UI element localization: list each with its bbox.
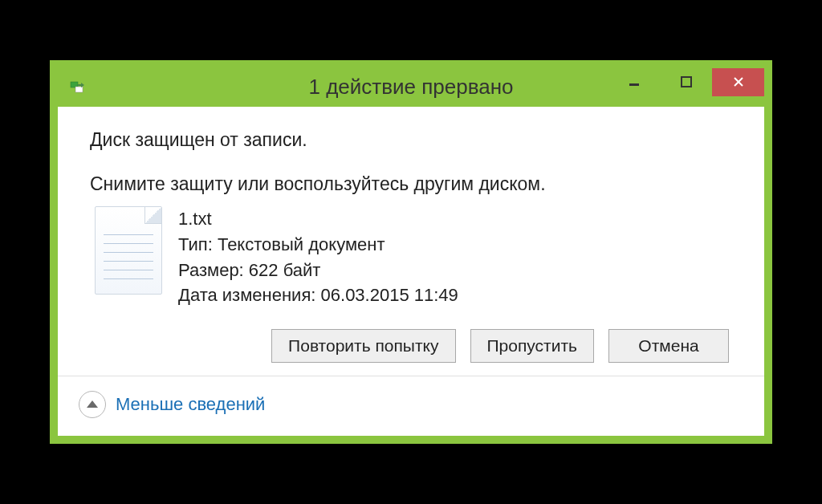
svg-rect-3 — [682, 77, 691, 87]
file-size: Размер: 622 байт — [178, 258, 458, 283]
skip-button[interactable]: Пропустить — [470, 329, 595, 363]
svg-rect-2 — [629, 83, 639, 86]
retry-button[interactable]: Повторить попытку — [271, 329, 455, 363]
dialog-footer: Меньше сведений — [58, 376, 764, 436]
less-details-link[interactable]: Меньше сведений — [116, 394, 265, 415]
minimize-button[interactable] — [608, 68, 660, 96]
close-button[interactable] — [712, 68, 764, 96]
text-file-icon — [95, 206, 162, 295]
svg-rect-1 — [75, 87, 83, 92]
file-type: Тип: Текстовый документ — [178, 232, 458, 258]
file-info-row: 1.txt Тип: Текстовый документ Размер: 62… — [95, 206, 732, 309]
dialog-body: Диск защищен от записи. Снимите защиту и… — [58, 107, 764, 376]
file-metadata: 1.txt Тип: Текстовый документ Размер: 62… — [178, 206, 458, 309]
chevron-up-icon — [87, 400, 98, 408]
primary-message: Диск защищен от записи. — [90, 129, 732, 151]
copy-operation-icon — [69, 79, 87, 96]
file-modified: Дата изменения: 06.03.2015 11:49 — [178, 282, 458, 308]
button-row: Повторить попытку Пропустить Отмена — [90, 329, 732, 363]
cancel-button[interactable]: Отмена — [608, 329, 729, 363]
collapse-details-button[interactable] — [79, 391, 106, 418]
file-name: 1.txt — [178, 206, 458, 232]
window-controls — [608, 68, 764, 107]
titlebar: 1 действие прервано — [58, 68, 764, 107]
dialog-window: 1 действие прервано Диск защищен от запи… — [50, 60, 772, 445]
maximize-button[interactable] — [660, 68, 712, 96]
secondary-message: Снимите защиту или воспользуйтесь другим… — [90, 173, 732, 195]
